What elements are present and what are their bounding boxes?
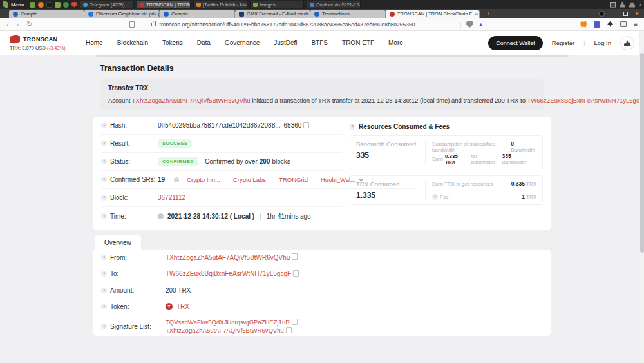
page-scrollbar[interactable]: [639, 31, 644, 363]
tab-ethereum-chart[interactable]: Ethereum Graphique de prix (ETH): [84, 10, 160, 18]
address-bar[interactable]: tronscan.org/#/transaction/0ff54c0295bba…: [160, 21, 415, 28]
minimize-button[interactable]: –: [612, 10, 616, 17]
help-icon[interactable]: ?: [101, 123, 107, 128]
nav-governance[interactable]: Governance: [225, 39, 260, 46]
trx-consumed-box: TRX Consumed 1.335 Burn TRX to get resou…: [350, 175, 543, 205]
reload-button[interactable]: ↻: [26, 20, 32, 28]
nav-more[interactable]: More: [388, 39, 403, 46]
help-icon[interactable]: ?: [101, 213, 107, 219]
browser-menu-icon[interactable]: ≡: [634, 21, 638, 28]
trx-token-icon: T: [166, 303, 173, 310]
block-link[interactable]: 36721112: [158, 194, 185, 201]
help-icon[interactable]: ?: [101, 159, 107, 164]
taskbar-window-capture[interactable]: Capture du 2021-12-...: [307, 1, 361, 8]
help-icon[interactable]: ?: [101, 177, 107, 182]
terminal-icon[interactable]: [30, 2, 35, 8]
forward-button[interactable]: ›: [17, 21, 19, 28]
help-icon[interactable]: ?: [101, 195, 107, 201]
bandwidth-label: Bandwidth Consumed: [356, 141, 425, 148]
login-link[interactable]: Log In: [594, 39, 611, 46]
help-icon[interactable]: ?: [101, 271, 107, 277]
language-button[interactable]: [620, 36, 634, 50]
tab-transactions[interactable]: Transactions: [310, 10, 386, 18]
taskbar-window-images[interactable]: Images: [250, 1, 304, 8]
purple-triangle-extension-icon[interactable]: ▲: [478, 21, 484, 28]
browser-launcher-icon[interactable]: [38, 2, 44, 8]
signature-link-1[interactable]: TQVsadWeFkw5QdXJUnrqswjGPaZHEZj1uR: [166, 319, 290, 326]
nav-btfs[interactable]: BTFS: [311, 39, 328, 46]
help-icon[interactable]: ?: [101, 304, 107, 309]
signature-link-2[interactable]: TXhtzZogaZhA5utAF7AQiVf5BtWR6vQVhu: [166, 327, 284, 334]
user-tray-icon[interactable]: [620, 2, 625, 8]
close-window-button[interactable]: ×: [636, 10, 639, 17]
copy-icon[interactable]: [305, 123, 309, 128]
amount-value: 200 TRX: [166, 287, 191, 294]
nav-blockchain[interactable]: Blockchain: [117, 39, 148, 46]
help-icon[interactable]: ?: [350, 124, 355, 130]
scrollbar-thumb[interactable]: [640, 53, 644, 253]
help-icon[interactable]: ?: [101, 141, 107, 146]
tab-overview[interactable]: Overview: [95, 235, 141, 250]
copy-icon[interactable]: [293, 320, 298, 325]
help-icon[interactable]: ?: [101, 255, 107, 260]
files-icon[interactable]: [55, 2, 61, 8]
to-address-link[interactable]: TW66zZEux8BqjBxnFeAsrWtNH71yL5gcgF: [527, 97, 644, 104]
sr-link-2[interactable]: Crypto Labs: [233, 176, 266, 183]
record-icon[interactable]: [599, 11, 605, 17]
tab-close-icon[interactable]: ×: [475, 11, 478, 17]
screenshot-icon: [310, 3, 314, 7]
menu-button[interactable]: Menu: [11, 2, 24, 8]
sr-link-3[interactable]: TRONGrid: [279, 176, 308, 183]
copy-icon[interactable]: [287, 328, 292, 333]
nav-tron-etf[interactable]: TRON ETF: [342, 39, 374, 46]
restore-button[interactable]: [623, 12, 628, 16]
distro-logo-icon[interactable]: [3, 1, 8, 8]
tab-gmx-freemail[interactable]: GMX Freemail - E-Mail made in Ger...: [235, 10, 310, 18]
hash-suffix: 65360: [284, 122, 302, 129]
copy-icon[interactable]: [293, 255, 298, 260]
help-icon[interactable]: ?: [101, 324, 107, 329]
tab-search-icon[interactable]: [129, 21, 135, 28]
to-address-link[interactable]: TW66zZEux8BqjBxnFeAsrWtNH71yL5gcgF: [166, 270, 291, 277]
adblock-extension-icon[interactable]: [466, 21, 473, 28]
tab-favicon: [164, 12, 169, 17]
sr-link-1[interactable]: Crypto Inn...: [187, 176, 220, 183]
dark-app-icon[interactable]: [46, 2, 52, 8]
price-change: (-3.43%): [47, 45, 66, 51]
back-button[interactable]: ‹: [6, 21, 9, 28]
main-nav: Home Blockchain Tokens Data Governance J…: [86, 39, 403, 46]
brave-icon[interactable]: [71, 2, 77, 8]
nav-tokens[interactable]: Tokens: [162, 39, 183, 46]
taskbar-window-telegram[interactable]: Telegram (4285): [80, 1, 134, 8]
tab-tronscan-active[interactable]: TRONSCAN | TRON BlockChain E×: [386, 10, 480, 18]
result-badge: SUCCESS: [158, 139, 192, 148]
nav-home[interactable]: Home: [86, 39, 103, 46]
sidebar-extension-icon[interactable]: [620, 21, 627, 27]
from-address-link[interactable]: TXhtzZogaZhA5utAF7AQiVf5BtWR6vQVhu: [166, 254, 290, 261]
hash-value: 0ff54c0295bba758177cde1042d8672088...: [158, 122, 281, 129]
help-icon[interactable]: ?: [432, 194, 438, 200]
nav-justdefi[interactable]: JustDefi: [274, 39, 297, 46]
extensions-pin-icon[interactable]: [607, 21, 613, 27]
tronlink-extension-icon[interactable]: [594, 21, 600, 28]
tab-compte-1[interactable]: Compte: [9, 10, 84, 18]
from-address-link[interactable]: TXhtzZogaZhA5utAF7AQiVf5BtWR6vQVhu: [132, 97, 251, 104]
users-tray-icon[interactable]: [629, 2, 635, 8]
tab-compte-2[interactable]: Compte: [160, 10, 235, 18]
lock-icon[interactable]: [151, 23, 156, 26]
time-ago: 1hr 41mins ago: [267, 213, 311, 220]
display-tray-icon[interactable]: [610, 2, 616, 8]
music-tray-icon[interactable]: ♪: [639, 2, 641, 8]
new-tab-button[interactable]: +: [486, 10, 490, 17]
taskbar-window-tronscan[interactable]: TRONSCAN | TRON ...: [137, 1, 191, 8]
register-link[interactable]: Register: [552, 39, 574, 46]
help-icon[interactable]: ?: [101, 288, 107, 293]
token-link[interactable]: TRX: [176, 303, 189, 310]
tronscan-logo[interactable]: TRONSCAN TRX: 0.079 USD (-3.43%): [10, 35, 74, 51]
connect-wallet-button[interactable]: Connect Wallet: [488, 36, 543, 50]
network-globe-icon[interactable]: [63, 2, 69, 8]
taskbar-window-twitter[interactable]: [Twitter Publish - Mo...: [193, 1, 247, 8]
nav-data[interactable]: Data: [197, 39, 211, 46]
metamask-icon[interactable]: [580, 21, 587, 28]
copy-icon[interactable]: [294, 271, 299, 277]
